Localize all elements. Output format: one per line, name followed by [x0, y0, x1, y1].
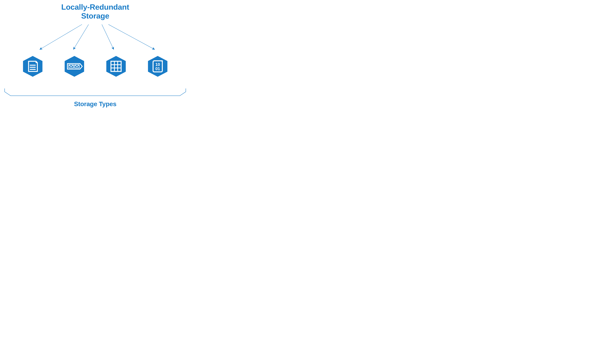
blob-icon: 10 01: [146, 55, 169, 78]
storage-types-label: Storage Types: [74, 100, 116, 108]
svg-line-2: [102, 24, 114, 50]
blob-storage-tile: 10 01: [145, 55, 170, 78]
queue-storage-tile: [62, 55, 87, 78]
queue-icon: [63, 55, 86, 78]
grouping-bracket: [4, 88, 186, 97]
svg-marker-4: [23, 56, 42, 77]
svg-marker-11: [106, 56, 126, 77]
diagram-title: Locally-Redundant Storage: [61, 3, 129, 20]
svg-line-3: [108, 24, 155, 50]
title-line-1: Locally-Redundant: [61, 3, 129, 11]
table-icon: [104, 55, 128, 78]
distribution-arrows: [0, 23, 190, 52]
storage-types-row: 10 01: [0, 55, 190, 78]
file-storage-tile: [20, 55, 45, 78]
file-icon: [21, 55, 44, 78]
table-storage-tile: [103, 55, 129, 78]
svg-text:01: 01: [155, 66, 160, 71]
title-line-2: Storage: [81, 12, 109, 20]
